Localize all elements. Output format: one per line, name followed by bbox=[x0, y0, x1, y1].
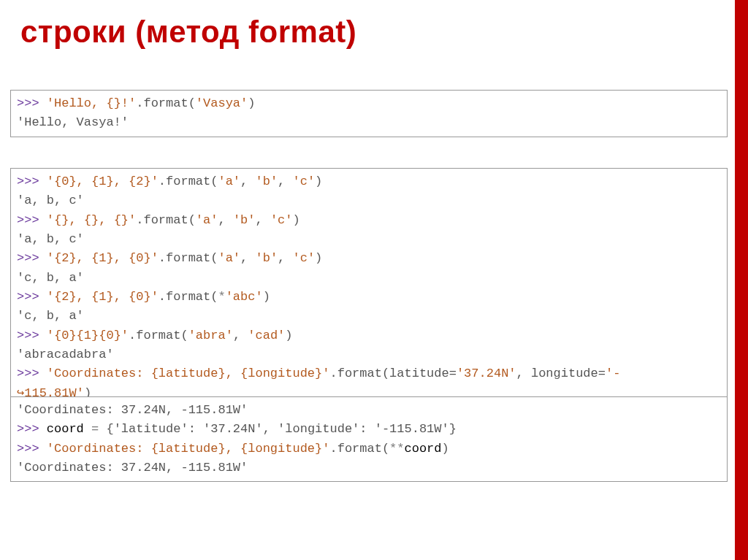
output-line: 'Hello, Vasya!' bbox=[17, 115, 129, 129]
output-line: 'Coordinates: 37.24N, -115.81W' bbox=[17, 461, 248, 475]
close-paren: ) bbox=[248, 96, 255, 110]
repl-prompt: >>> bbox=[17, 251, 47, 265]
code-block-3: 'Coordinates: 37.24N, -115.81W' >>> coor… bbox=[10, 396, 728, 482]
dict-literal: {'latitude': '37.24N', 'longitude': '-11… bbox=[106, 422, 456, 436]
assign-op: = bbox=[91, 422, 106, 436]
output-line: 'c, b, a' bbox=[17, 309, 84, 323]
method-call: .format( bbox=[159, 174, 218, 188]
arg: 'c' bbox=[293, 174, 316, 188]
arg: 'b' bbox=[255, 174, 278, 188]
star-operator: * bbox=[218, 290, 225, 304]
repl-prompt: >>> bbox=[17, 442, 47, 456]
string-literal: 'Hello, {}!' bbox=[47, 96, 136, 110]
code-block-2: >>> '{0}, {1}, {2}'.format('a', 'b', 'c'… bbox=[10, 168, 728, 407]
repl-prompt: >>> bbox=[17, 96, 47, 110]
double-star-operator: ** bbox=[389, 442, 404, 456]
repl-prompt: >>> bbox=[17, 422, 47, 436]
output-line: 'Coordinates: 37.24N, -115.81W' bbox=[17, 403, 248, 417]
code-block-1: >>> 'Hello, {}!'.format('Vasya') 'Hello,… bbox=[10, 90, 728, 137]
identifier: coord bbox=[47, 422, 91, 436]
repl-prompt: >>> bbox=[17, 290, 47, 304]
repl-prompt: >>> bbox=[17, 213, 47, 227]
method-call: .format( bbox=[136, 96, 196, 110]
output-line: 'a, b, c' bbox=[17, 193, 84, 207]
string-literal: '{0}, {1}, {2}' bbox=[47, 174, 159, 188]
string-arg: 'Vasya' bbox=[196, 96, 248, 110]
string-literal: '{}, {}, {}' bbox=[47, 213, 136, 227]
arg: 'a' bbox=[218, 174, 240, 188]
repl-prompt: >>> bbox=[17, 329, 47, 342]
repl-prompt: >>> bbox=[17, 174, 47, 188]
output-line: 'abracadabra' bbox=[17, 348, 114, 361]
output-line: 'c, b, a' bbox=[17, 271, 84, 285]
slide-title: строки (метод format) bbox=[20, 15, 356, 50]
accent-stripe bbox=[735, 0, 748, 560]
repl-prompt: >>> bbox=[17, 367, 47, 380]
output-line: 'a, b, c' bbox=[17, 232, 84, 246]
